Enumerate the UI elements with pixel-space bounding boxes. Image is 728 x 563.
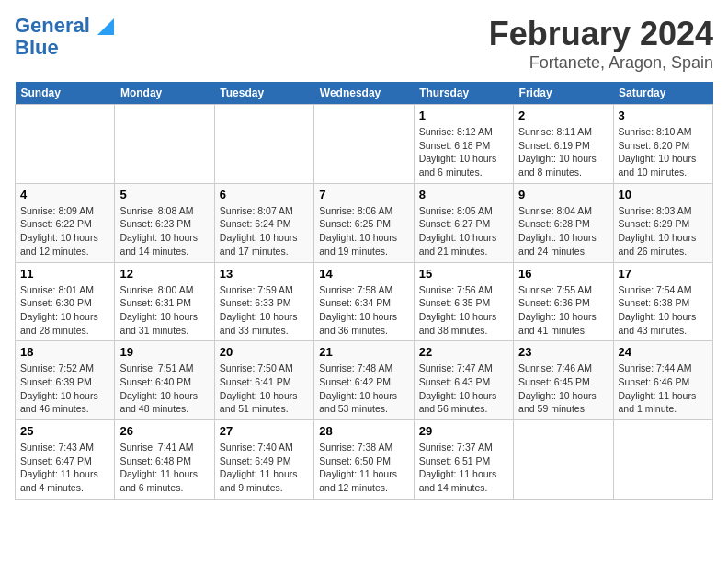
page-title: February 2024 bbox=[489, 15, 713, 53]
calendar-cell: 9Sunrise: 8:04 AM Sunset: 6:28 PM Daylig… bbox=[514, 183, 613, 262]
day-info: Sunrise: 7:46 AM Sunset: 6:45 PM Dayligh… bbox=[518, 362, 608, 416]
calendar-cell: 19Sunrise: 7:51 AM Sunset: 6:40 PM Dayli… bbox=[115, 341, 214, 420]
calendar-cell: 7Sunrise: 8:06 AM Sunset: 6:25 PM Daylig… bbox=[314, 183, 414, 262]
day-number: 2 bbox=[518, 109, 608, 122]
calendar-cell: 18Sunrise: 7:52 AM Sunset: 6:39 PM Dayli… bbox=[16, 341, 115, 420]
calendar-cell: 13Sunrise: 7:59 AM Sunset: 6:33 PM Dayli… bbox=[214, 262, 313, 341]
day-number: 13 bbox=[220, 267, 309, 281]
calendar-weekday-wednesday: Wednesday bbox=[314, 82, 414, 105]
calendar-cell: 29Sunrise: 7:37 AM Sunset: 6:51 PM Dayli… bbox=[414, 420, 513, 500]
day-number: 16 bbox=[518, 267, 608, 281]
day-info: Sunrise: 7:41 AM Sunset: 6:48 PM Dayligh… bbox=[119, 441, 209, 495]
day-number: 1 bbox=[419, 109, 508, 122]
logo-line1: General bbox=[15, 14, 90, 37]
calendar-cell bbox=[514, 420, 613, 500]
day-number: 26 bbox=[119, 424, 209, 438]
day-number: 5 bbox=[119, 188, 209, 201]
day-info: Sunrise: 7:50 AM Sunset: 6:41 PM Dayligh… bbox=[220, 362, 309, 416]
day-info: Sunrise: 8:08 AM Sunset: 6:23 PM Dayligh… bbox=[119, 204, 209, 259]
day-number: 17 bbox=[619, 267, 708, 281]
calendar-weekday-saturday: Saturday bbox=[613, 82, 712, 105]
day-info: Sunrise: 7:44 AM Sunset: 6:46 PM Dayligh… bbox=[619, 362, 708, 416]
calendar-week-row: 11Sunrise: 8:01 AM Sunset: 6:30 PM Dayli… bbox=[16, 262, 713, 341]
day-info: Sunrise: 7:40 AM Sunset: 6:49 PM Dayligh… bbox=[220, 441, 309, 495]
calendar-cell: 20Sunrise: 7:50 AM Sunset: 6:41 PM Dayli… bbox=[214, 341, 313, 420]
day-number: 7 bbox=[319, 188, 408, 201]
day-number: 28 bbox=[319, 424, 408, 438]
day-number: 11 bbox=[20, 267, 109, 281]
day-number: 14 bbox=[319, 267, 408, 281]
day-info: Sunrise: 8:05 AM Sunset: 6:27 PM Dayligh… bbox=[419, 204, 508, 259]
calendar-cell: 6Sunrise: 8:07 AM Sunset: 6:24 PM Daylig… bbox=[214, 183, 313, 262]
calendar-cell: 8Sunrise: 8:05 AM Sunset: 6:27 PM Daylig… bbox=[414, 183, 513, 262]
day-info: Sunrise: 7:43 AM Sunset: 6:47 PM Dayligh… bbox=[20, 441, 109, 495]
title-block: February 2024 Fortanete, Aragon, Spain bbox=[489, 15, 713, 73]
logo: General Blue bbox=[15, 15, 114, 59]
calendar-cell: 24Sunrise: 7:44 AM Sunset: 6:46 PM Dayli… bbox=[613, 341, 712, 420]
day-number: 29 bbox=[419, 424, 508, 438]
day-info: Sunrise: 8:06 AM Sunset: 6:25 PM Dayligh… bbox=[319, 204, 408, 259]
day-info: Sunrise: 7:48 AM Sunset: 6:42 PM Dayligh… bbox=[319, 362, 408, 416]
calendar-week-row: 25Sunrise: 7:43 AM Sunset: 6:47 PM Dayli… bbox=[16, 420, 713, 500]
day-info: Sunrise: 8:07 AM Sunset: 6:24 PM Dayligh… bbox=[220, 204, 309, 259]
day-number: 25 bbox=[20, 424, 109, 438]
calendar-weekday-thursday: Thursday bbox=[414, 82, 513, 105]
day-number: 18 bbox=[20, 345, 109, 359]
day-number: 27 bbox=[220, 424, 309, 438]
calendar-weekday-tuesday: Tuesday bbox=[214, 82, 313, 105]
day-number: 23 bbox=[518, 345, 608, 359]
calendar-week-row: 1Sunrise: 8:12 AM Sunset: 6:18 PM Daylig… bbox=[16, 105, 713, 184]
day-info: Sunrise: 7:38 AM Sunset: 6:50 PM Dayligh… bbox=[319, 441, 408, 495]
calendar-cell: 12Sunrise: 8:00 AM Sunset: 6:31 PM Dayli… bbox=[115, 262, 214, 341]
calendar-cell: 23Sunrise: 7:46 AM Sunset: 6:45 PM Dayli… bbox=[514, 341, 613, 420]
calendar-cell: 3Sunrise: 8:10 AM Sunset: 6:20 PM Daylig… bbox=[613, 105, 712, 184]
calendar-cell: 22Sunrise: 7:47 AM Sunset: 6:43 PM Dayli… bbox=[414, 341, 513, 420]
day-number: 3 bbox=[619, 109, 708, 122]
calendar-cell bbox=[613, 420, 712, 500]
day-number: 12 bbox=[119, 267, 209, 281]
day-info: Sunrise: 7:51 AM Sunset: 6:40 PM Dayligh… bbox=[119, 362, 209, 416]
calendar-cell bbox=[214, 105, 313, 184]
logo-text: General Blue bbox=[15, 15, 114, 59]
calendar-cell: 10Sunrise: 8:03 AM Sunset: 6:29 PM Dayli… bbox=[613, 183, 712, 262]
day-number: 15 bbox=[419, 267, 508, 281]
day-number: 24 bbox=[619, 345, 708, 359]
day-info: Sunrise: 8:09 AM Sunset: 6:22 PM Dayligh… bbox=[20, 204, 109, 259]
day-info: Sunrise: 8:12 AM Sunset: 6:18 PM Dayligh… bbox=[419, 125, 508, 179]
day-info: Sunrise: 7:56 AM Sunset: 6:35 PM Dayligh… bbox=[419, 283, 508, 338]
day-info: Sunrise: 7:52 AM Sunset: 6:39 PM Dayligh… bbox=[20, 362, 109, 416]
calendar-cell: 27Sunrise: 7:40 AM Sunset: 6:49 PM Dayli… bbox=[214, 420, 313, 500]
day-info: Sunrise: 7:54 AM Sunset: 6:38 PM Dayligh… bbox=[619, 283, 708, 338]
calendar-cell: 17Sunrise: 7:54 AM Sunset: 6:38 PM Dayli… bbox=[613, 262, 712, 341]
day-info: Sunrise: 7:59 AM Sunset: 6:33 PM Dayligh… bbox=[220, 283, 309, 338]
day-number: 21 bbox=[319, 345, 408, 359]
day-number: 20 bbox=[220, 345, 309, 359]
day-number: 10 bbox=[619, 188, 708, 201]
calendar-cell: 1Sunrise: 8:12 AM Sunset: 6:18 PM Daylig… bbox=[414, 105, 513, 184]
calendar-cell: 26Sunrise: 7:41 AM Sunset: 6:48 PM Dayli… bbox=[115, 420, 214, 500]
day-number: 6 bbox=[220, 188, 309, 201]
day-number: 9 bbox=[518, 188, 608, 201]
svg-marker-0 bbox=[97, 18, 114, 35]
page-subtitle: Fortanete, Aragon, Spain bbox=[489, 53, 713, 73]
logo-arrow-icon bbox=[97, 18, 114, 35]
day-info: Sunrise: 8:00 AM Sunset: 6:31 PM Dayligh… bbox=[119, 283, 209, 338]
calendar-cell: 15Sunrise: 7:56 AM Sunset: 6:35 PM Dayli… bbox=[414, 262, 513, 341]
calendar-cell: 16Sunrise: 7:55 AM Sunset: 6:36 PM Dayli… bbox=[514, 262, 613, 341]
calendar-cell: 28Sunrise: 7:38 AM Sunset: 6:50 PM Dayli… bbox=[314, 420, 414, 500]
day-info: Sunrise: 8:04 AM Sunset: 6:28 PM Dayligh… bbox=[518, 204, 608, 259]
calendar-cell: 11Sunrise: 8:01 AM Sunset: 6:30 PM Dayli… bbox=[16, 262, 115, 341]
day-info: Sunrise: 8:10 AM Sunset: 6:20 PM Dayligh… bbox=[619, 125, 708, 179]
page-header: General Blue February 2024 Fortanete, Ar… bbox=[15, 15, 713, 73]
calendar-weekday-friday: Friday bbox=[514, 82, 613, 105]
day-number: 22 bbox=[419, 345, 508, 359]
calendar-cell: 25Sunrise: 7:43 AM Sunset: 6:47 PM Dayli… bbox=[16, 420, 115, 500]
day-info: Sunrise: 7:58 AM Sunset: 6:34 PM Dayligh… bbox=[319, 283, 408, 338]
calendar-week-row: 18Sunrise: 7:52 AM Sunset: 6:39 PM Dayli… bbox=[16, 341, 713, 420]
calendar-cell bbox=[314, 105, 414, 184]
day-info: Sunrise: 8:01 AM Sunset: 6:30 PM Dayligh… bbox=[20, 283, 109, 338]
calendar-cell bbox=[16, 105, 115, 184]
calendar-cell: 4Sunrise: 8:09 AM Sunset: 6:22 PM Daylig… bbox=[16, 183, 115, 262]
day-number: 8 bbox=[419, 188, 508, 201]
day-number: 4 bbox=[20, 188, 109, 201]
